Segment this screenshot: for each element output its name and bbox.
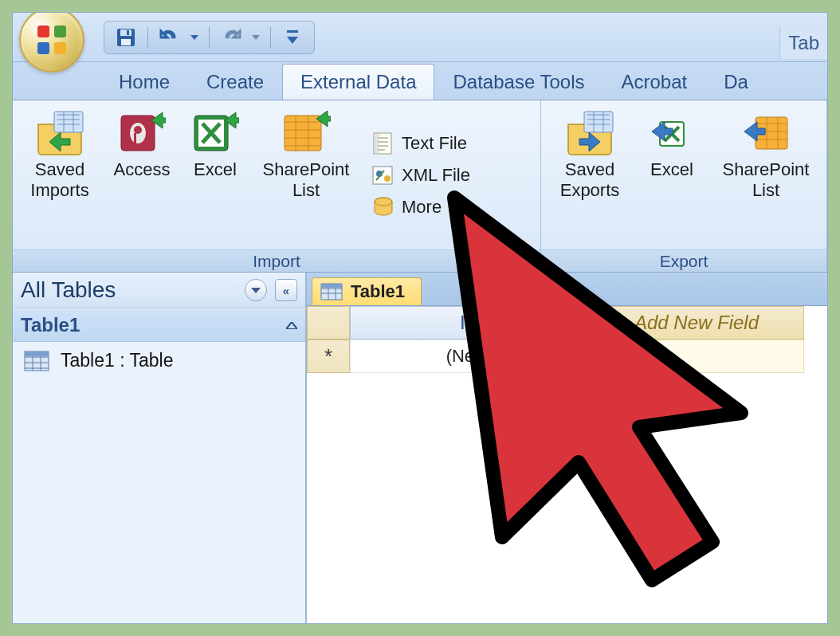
xml-file-icon: [371, 164, 395, 186]
redo-button[interactable]: [218, 24, 245, 51]
export-sharepoint-label1: SharePoint: [723, 159, 810, 180]
import-sharepoint-label2: List: [292, 180, 320, 201]
ribbon-tabs: Home Create External Data Database Tools…: [13, 62, 827, 100]
import-text-file-label: Text File: [402, 133, 467, 154]
document-tab-label: Table1: [351, 281, 405, 302]
import-xml-file-label: XML File: [402, 165, 470, 186]
svg-rect-28: [25, 351, 49, 356]
datasheet-area: Table1 ID Add New Field * (New): [306, 273, 827, 623]
redo-icon: [220, 29, 242, 46]
tab-external-data[interactable]: External Data: [282, 64, 434, 100]
sharepoint-export-icon: [741, 111, 791, 155]
import-excel-button[interactable]: Excel: [182, 105, 249, 245]
nav-item-table1[interactable]: Table1 : Table: [13, 342, 305, 379]
saved-imports-button[interactable]: Saved Imports: [18, 105, 102, 245]
tab-datasheet[interactable]: Da: [705, 64, 767, 100]
app-window: Tab Home Create External Data Database T…: [12, 12, 828, 624]
svg-rect-0: [37, 26, 49, 37]
group-label-export: Export: [541, 249, 826, 272]
svg-rect-7: [127, 30, 129, 35]
group-label-import: Import: [13, 249, 540, 272]
column-header-add-new[interactable]: Add New Field: [589, 306, 804, 340]
nav-category-dropdown[interactable]: [245, 279, 267, 301]
import-more-button[interactable]: More: [368, 194, 473, 221]
saved-exports-label2: Exports: [560, 180, 620, 201]
quick-access-toolbar: [104, 21, 315, 54]
database-icon: [371, 196, 395, 218]
text-file-icon: [372, 132, 394, 155]
access-icon: [118, 111, 166, 155]
tab-database-tools[interactable]: Database Tools: [434, 64, 603, 100]
saved-imports-label2: Imports: [30, 180, 88, 201]
cell-new-id[interactable]: (New): [350, 340, 589, 373]
column-header-id[interactable]: ID: [350, 306, 589, 340]
cell-new-blank[interactable]: [589, 340, 804, 373]
nav-item-label: Table1 : Table: [61, 350, 174, 371]
svg-point-21: [384, 175, 391, 182]
tab-create[interactable]: Create: [188, 64, 282, 100]
qat-customize-button[interactable]: [279, 24, 306, 51]
nav-section-header[interactable]: Table1: [13, 308, 305, 342]
excel-icon: [191, 111, 239, 155]
import-text-file-button[interactable]: Text File: [368, 130, 473, 157]
svg-rect-6: [121, 39, 131, 45]
svg-rect-30: [321, 284, 342, 288]
chevron-up-icon: [286, 322, 297, 329]
chevron-down-icon: [190, 35, 198, 40]
tab-home[interactable]: Home: [100, 64, 188, 100]
chevron-down-icon: [451, 205, 459, 210]
import-sharepoint-button[interactable]: SharePoint List: [252, 105, 360, 245]
import-excel-label: Excel: [194, 159, 237, 180]
svg-rect-1: [54, 26, 66, 37]
export-excel-label: Excel: [650, 159, 693, 180]
redo-dropdown[interactable]: [249, 24, 262, 51]
ribbon-group-export: Saved Exports Excel: [541, 100, 827, 272]
chevron-down-icon: [252, 35, 260, 40]
import-access-button[interactable]: Access: [105, 105, 179, 245]
svg-rect-2: [37, 42, 49, 54]
undo-dropdown[interactable]: [188, 24, 201, 51]
undo-icon: [159, 29, 181, 46]
select-all-cell[interactable]: [307, 306, 350, 340]
save-icon: [115, 26, 137, 49]
export-sharepoint-label2: List: [752, 180, 779, 201]
import-sharepoint-label1: SharePoint: [263, 159, 350, 180]
ribbon: Saved Imports Access: [13, 100, 827, 273]
svg-rect-5: [120, 29, 131, 36]
sharepoint-list-icon: [281, 111, 331, 155]
saved-exports-button[interactable]: Saved Exports: [546, 105, 634, 245]
ribbon-group-import: Saved Imports Access: [13, 100, 541, 272]
saved-exports-label1: Saved: [565, 159, 614, 180]
svg-point-12: [134, 126, 142, 134]
workspace: All Tables « Table1: [13, 273, 827, 623]
office-logo-icon: [33, 21, 71, 59]
nav-collapse-button[interactable]: «: [275, 279, 297, 301]
save-button[interactable]: [112, 24, 139, 51]
tab-acrobat[interactable]: Acrobat: [603, 64, 705, 100]
export-sharepoint-button[interactable]: SharePoint List: [710, 105, 822, 245]
title-bar: Tab: [13, 13, 827, 62]
undo-button[interactable]: [156, 24, 183, 51]
nav-header[interactable]: All Tables «: [13, 273, 305, 308]
datasheet-grid[interactable]: ID Add New Field * (New): [307, 306, 827, 373]
document-tab-table1[interactable]: Table1: [312, 277, 422, 305]
document-tab-bar: Table1: [307, 273, 827, 306]
import-access-label: Access: [114, 159, 171, 180]
table-icon: [320, 283, 343, 300]
nav-section-title: Table1: [21, 314, 80, 336]
svg-rect-19: [373, 167, 392, 184]
customize-icon: [287, 30, 298, 45]
saved-exports-icon: [565, 110, 614, 156]
contextual-tab-label: Tab: [779, 27, 827, 59]
export-excel-button[interactable]: Excel: [637, 105, 707, 245]
svg-rect-3: [54, 42, 66, 54]
excel-export-icon: [647, 111, 697, 155]
svg-rect-13: [134, 133, 136, 144]
office-button[interactable]: [19, 12, 84, 73]
saved-imports-icon: [35, 110, 84, 156]
saved-imports-label1: Saved: [35, 159, 84, 180]
nav-header-title: All Tables: [21, 277, 116, 303]
table-icon: [24, 351, 49, 371]
row-selector-new[interactable]: *: [307, 340, 350, 373]
import-xml-file-button[interactable]: XML File: [368, 162, 473, 189]
